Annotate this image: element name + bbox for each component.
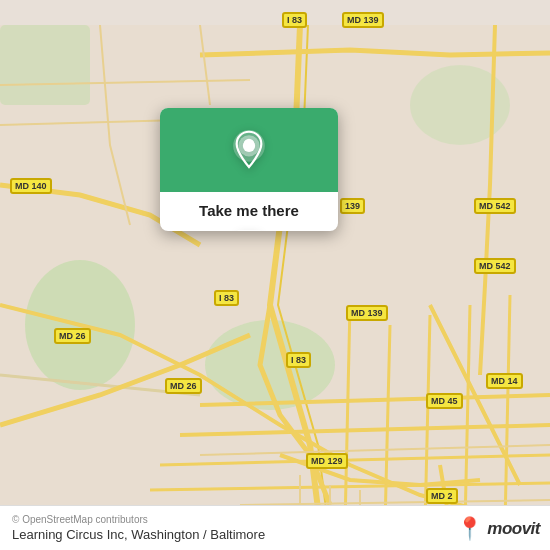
svg-point-8: [244, 139, 255, 150]
highway-badge-md129: MD 129: [306, 453, 348, 469]
highway-badge-md139-low: MD 139: [346, 305, 388, 321]
popup-header: [160, 108, 338, 192]
highway-badge-md542: MD 542: [474, 198, 516, 214]
highway-badge-md26-left: MD 26: [54, 328, 91, 344]
map-background: [0, 0, 550, 550]
highway-badge-md542-low: MD 542: [474, 258, 516, 274]
popup-card: Take me there: [160, 108, 338, 231]
highway-badge-md139-top: MD 139: [342, 12, 384, 28]
take-me-there-button[interactable]: Take me there: [183, 192, 315, 231]
highway-badge-md139-mid: 139: [340, 198, 365, 214]
svg-rect-3: [0, 25, 90, 105]
highway-badge-md140: MD 140: [10, 178, 52, 194]
highway-badge-i83-mid: I 83: [214, 290, 239, 306]
moovit-brand-text: moovit: [487, 519, 540, 539]
highway-badge-md26-low: MD 26: [165, 378, 202, 394]
moovit-pin-icon: 📍: [456, 516, 483, 542]
highway-badge-md45: MD 45: [426, 393, 463, 409]
highway-badge-md14: MD 14: [486, 373, 523, 389]
moovit-logo: 📍 moovit: [456, 516, 540, 542]
highway-badge-i83-low: I 83: [286, 352, 311, 368]
map-container: I 83 MD 139 MD 140 139 MD 542 I 83 MD 26…: [0, 0, 550, 550]
highway-badge-md2: MD 2: [426, 488, 458, 504]
location-pin-icon: [227, 130, 271, 174]
highway-badge-i83-top: I 83: [282, 12, 307, 28]
